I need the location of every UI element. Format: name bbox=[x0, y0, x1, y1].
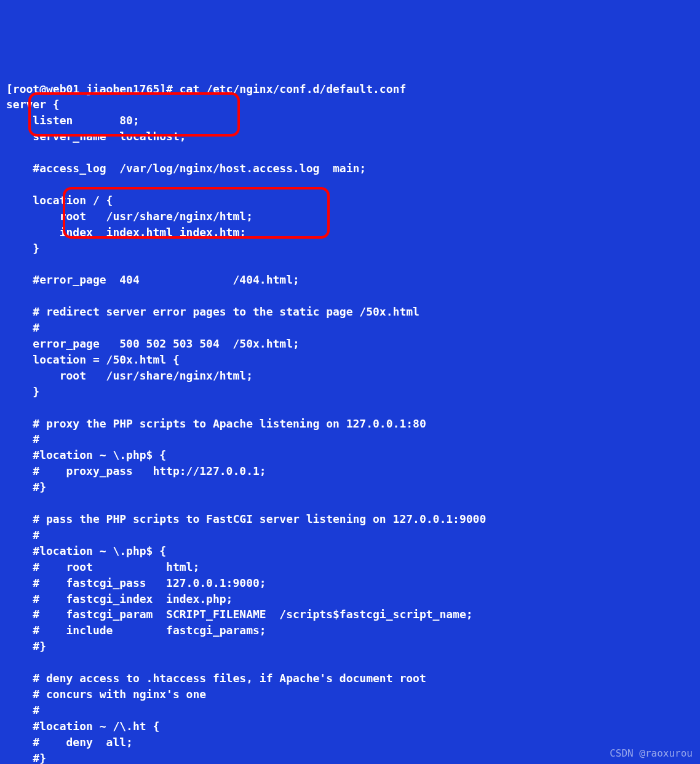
terminal-line: # bbox=[6, 321, 39, 334]
terminal-line: # concurs with nginx's one bbox=[6, 688, 206, 701]
terminal-line: server_name localhost; bbox=[6, 130, 186, 143]
terminal-line: #} bbox=[6, 752, 46, 764]
terminal-line: # proxy_pass http://127.0.0.1; bbox=[6, 464, 266, 477]
terminal-line: # redirect server error pages to the sta… bbox=[6, 305, 420, 318]
terminal-line: error_page 500 502 503 504 /50x.html; bbox=[6, 337, 300, 350]
terminal-line: # root html; bbox=[6, 560, 199, 573]
terminal-line: # fastcgi_pass 127.0.0.1:9000; bbox=[6, 576, 266, 589]
terminal-line: #error_page 404 /404.html; bbox=[6, 273, 300, 286]
terminal-line: listen 80; bbox=[6, 114, 140, 127]
terminal-output: [root@web01 jiaoben1765]# cat /etc/nginx… bbox=[6, 65, 694, 764]
terminal-line: root /usr/share/nginx/html; bbox=[6, 369, 253, 382]
terminal-line: # proxy the PHP scripts to Apache listen… bbox=[6, 417, 426, 430]
terminal-line: index index.html index.htm; bbox=[6, 226, 246, 239]
terminal-line: # fastcgi_index index.php; bbox=[6, 592, 233, 605]
terminal-line: root /usr/share/nginx/html; bbox=[6, 210, 253, 223]
terminal-line: location = /50x.html { bbox=[6, 353, 180, 366]
terminal-line: # bbox=[6, 432, 39, 445]
terminal-line: # fastcgi_param SCRIPT_FILENAME /scripts… bbox=[6, 608, 473, 621]
terminal-line: } bbox=[6, 242, 39, 255]
terminal-line: #location ~ \.php$ { bbox=[6, 544, 166, 557]
terminal-line: # pass the PHP scripts to FastCGI server… bbox=[6, 512, 486, 525]
terminal-line: # deny all; bbox=[6, 736, 133, 749]
terminal-line: #} bbox=[6, 480, 46, 493]
terminal-line: [root@web01 jiaoben1765]# cat /etc/nginx… bbox=[6, 82, 406, 95]
terminal-line: #} bbox=[6, 640, 46, 653]
terminal-line: server { bbox=[6, 98, 60, 111]
terminal-line: } bbox=[6, 385, 39, 398]
terminal-line: #location ~ /\.ht { bbox=[6, 720, 159, 733]
terminal-line: #location ~ \.php$ { bbox=[6, 448, 166, 461]
terminal-line: # include fastcgi_params; bbox=[6, 624, 266, 637]
watermark: CSDN @raoxurou bbox=[610, 746, 693, 760]
terminal-line: # deny access to .htaccess files, if Apa… bbox=[6, 672, 426, 685]
terminal-line: location / { bbox=[6, 194, 113, 207]
terminal-line: #access_log /var/log/nginx/host.access.l… bbox=[6, 162, 366, 175]
terminal-line: # bbox=[6, 528, 39, 541]
terminal-line: # bbox=[6, 704, 39, 717]
